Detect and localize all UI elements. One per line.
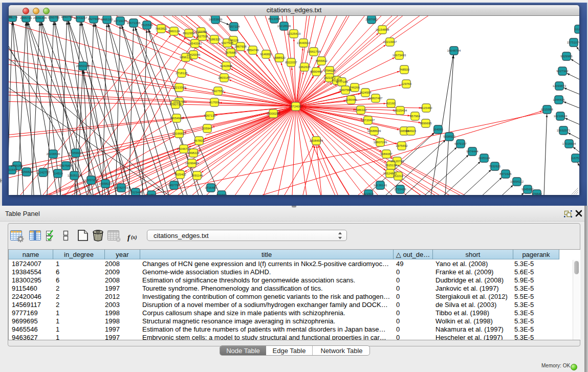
svg-text:9227342: 9227342 bbox=[556, 70, 569, 73]
svg-text:9896121: 9896121 bbox=[180, 56, 192, 59]
svg-text:9474444: 9474444 bbox=[466, 150, 478, 153]
svg-text:18724007: 18724007 bbox=[289, 105, 303, 108]
svg-text:20091406: 20091406 bbox=[33, 16, 47, 19]
svg-text:10807487: 10807487 bbox=[369, 97, 383, 100]
svg-text:3267130: 3267130 bbox=[204, 114, 216, 117]
svg-text:9777169: 9777169 bbox=[336, 80, 348, 83]
svg-text:3624554: 3624554 bbox=[359, 91, 372, 94]
svg-text:19166827: 19166827 bbox=[172, 132, 186, 135]
svg-text:1527602: 1527602 bbox=[88, 17, 100, 20]
svg-text:7955812: 7955812 bbox=[315, 59, 328, 62]
svg-text:164095: 164095 bbox=[433, 128, 444, 131]
svg-text:2718126: 2718126 bbox=[176, 72, 188, 75]
svg-text:15692971: 15692971 bbox=[557, 129, 571, 132]
svg-text:1615132: 1615132 bbox=[385, 164, 397, 167]
svg-text:114519: 114519 bbox=[53, 172, 63, 175]
svg-text:9327508: 9327508 bbox=[221, 41, 233, 45]
svg-text:9242848: 9242848 bbox=[220, 64, 232, 68]
svg-text:10975887: 10975887 bbox=[59, 164, 73, 167]
svg-text:7632621: 7632621 bbox=[489, 165, 501, 168]
svg-text:16053809: 16053809 bbox=[209, 18, 223, 21]
svg-text:2156446: 2156446 bbox=[345, 98, 357, 101]
svg-text:9146821: 9146821 bbox=[260, 53, 272, 56]
svg-text:16210643: 16210643 bbox=[554, 115, 568, 118]
svg-text:10688609: 10688609 bbox=[367, 129, 381, 133]
svg-text:9245652: 9245652 bbox=[521, 188, 534, 191]
svg-text:12242757: 12242757 bbox=[36, 171, 50, 174]
svg-text:16120746: 16120746 bbox=[390, 160, 404, 163]
svg-text:1322754: 1322754 bbox=[195, 30, 207, 33]
svg-text:924501: 924501 bbox=[146, 193, 157, 195]
svg-text:13640910: 13640910 bbox=[297, 41, 311, 45]
svg-text:7663822: 7663822 bbox=[155, 27, 167, 30]
svg-text:1735051: 1735051 bbox=[11, 164, 23, 167]
svg-text:3675685: 3675685 bbox=[225, 51, 237, 54]
svg-text:1691144: 1691144 bbox=[191, 174, 204, 177]
svg-text:12093872: 12093872 bbox=[553, 84, 567, 87]
svg-text:9329966: 9329966 bbox=[560, 55, 573, 58]
svg-text:252214: 252214 bbox=[393, 174, 404, 178]
svg-text:10719155: 10719155 bbox=[114, 19, 127, 23]
svg-text:748500: 748500 bbox=[399, 68, 410, 71]
svg-text:1627512: 1627512 bbox=[196, 35, 208, 38]
svg-text:1588520: 1588520 bbox=[273, 56, 286, 59]
svg-text:16099489: 16099489 bbox=[185, 162, 199, 165]
svg-text:8960124: 8960124 bbox=[168, 30, 180, 33]
svg-text:8215958: 8215958 bbox=[541, 108, 553, 111]
svg-text:867833: 867833 bbox=[194, 139, 205, 142]
svg-text:9457791: 9457791 bbox=[168, 184, 180, 187]
svg-text:10671355: 10671355 bbox=[127, 21, 141, 25]
svg-text:1244415: 1244415 bbox=[553, 98, 565, 101]
svg-text:19654943: 19654943 bbox=[170, 117, 184, 120]
svg-text:5938923: 5938923 bbox=[443, 135, 455, 138]
svg-text:1093792: 1093792 bbox=[61, 16, 73, 18]
svg-text:8912954: 8912954 bbox=[183, 32, 195, 35]
svg-text:10973493: 10973493 bbox=[393, 54, 406, 57]
svg-text:5186323: 5186323 bbox=[208, 38, 221, 41]
svg-text:2687682: 2687682 bbox=[365, 18, 378, 21]
svg-text:464923: 464923 bbox=[406, 129, 417, 133]
svg-text:15751074: 15751074 bbox=[567, 41, 579, 44]
svg-text:8990448: 8990448 bbox=[310, 70, 322, 73]
svg-text:3498222: 3498222 bbox=[187, 151, 200, 155]
svg-text:2055721: 2055721 bbox=[20, 16, 32, 19]
svg-text:f: f bbox=[127, 233, 131, 242]
svg-text:18300295: 18300295 bbox=[267, 112, 280, 115]
svg-text:2867608: 2867608 bbox=[234, 45, 247, 48]
svg-text:116753: 116753 bbox=[571, 157, 579, 160]
svg-text:62160: 62160 bbox=[387, 102, 396, 105]
svg-text:871042: 871042 bbox=[216, 193, 227, 195]
svg-text:417006: 417006 bbox=[209, 101, 220, 104]
svg-text:8471626: 8471626 bbox=[499, 172, 512, 176]
svg-text:16046736: 16046736 bbox=[177, 147, 191, 150]
svg-text:17016504: 17016504 bbox=[562, 142, 576, 145]
svg-text:8322037: 8322037 bbox=[285, 61, 297, 64]
svg-text:7357224: 7357224 bbox=[228, 25, 240, 28]
svg-text:9794024: 9794024 bbox=[323, 69, 336, 72]
svg-text:7625402: 7625402 bbox=[174, 173, 186, 176]
svg-text:8854749: 8854749 bbox=[247, 49, 259, 52]
svg-text:6497568: 6497568 bbox=[339, 89, 352, 92]
svg-text:2803144: 2803144 bbox=[218, 76, 230, 79]
svg-text:995174: 995174 bbox=[9, 16, 18, 19]
svg-text:12213967: 12213967 bbox=[383, 40, 397, 43]
svg-text:6479197: 6479197 bbox=[454, 142, 467, 145]
svg-text:1975692: 1975692 bbox=[396, 144, 408, 147]
svg-text:16154808: 16154808 bbox=[376, 28, 389, 31]
svg-text:19384554: 19384554 bbox=[310, 139, 323, 142]
svg-text:10025434: 10025434 bbox=[394, 109, 407, 112]
svg-text:1156829: 1156829 bbox=[21, 170, 33, 173]
svg-text:2935114: 2935114 bbox=[478, 157, 491, 160]
svg-text:20553346: 20553346 bbox=[76, 64, 90, 68]
svg-text:957964: 957964 bbox=[410, 115, 421, 118]
svg-text:1780738: 1780738 bbox=[169, 103, 182, 106]
svg-text:9084067: 9084067 bbox=[380, 152, 393, 156]
svg-text:391547: 391547 bbox=[9, 168, 17, 171]
svg-text:976542: 976542 bbox=[532, 192, 542, 195]
svg-text:12505135: 12505135 bbox=[68, 174, 81, 177]
svg-text:16543342: 16543342 bbox=[188, 42, 202, 45]
svg-text:14136141: 14136141 bbox=[374, 184, 387, 187]
svg-text:3716485: 3716485 bbox=[205, 186, 217, 189]
svg-text:8813054: 8813054 bbox=[268, 17, 280, 20]
svg-text:9115460: 9115460 bbox=[421, 106, 433, 110]
